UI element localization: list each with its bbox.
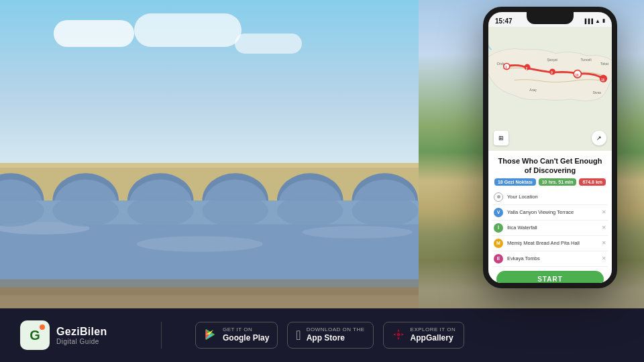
waypoint-icon-4: E	[494, 254, 503, 263]
svg-point-43	[127, 195, 194, 227]
waypoint-name-2: İlica Waterfall	[507, 225, 598, 231]
waypoint-name-location: Your Location	[507, 194, 606, 200]
cloud-2	[134, 13, 241, 47]
phone-mockup: 15:47 ▐▐▐ ▲ ▮ 1 2 9 10	[483, 7, 617, 288]
cloud-1	[54, 20, 134, 47]
svg-text:Ordu: Ordu	[497, 62, 506, 66]
phone-map: 1 2 9 10 18 Ordu Şavşat Tunceli Tokat Ar…	[488, 27, 612, 151]
svg-text:10: 10	[575, 74, 579, 77]
app-gallery-text: EXPLORE IT ON AppGallery	[411, 326, 456, 343]
waypoint-item-3: M Memiş Meat Bread And Pita Hall ✕	[492, 236, 608, 251]
apple-icon: 	[296, 328, 301, 342]
app-gallery-button[interactable]: EXPLORE IT ON AppGallery	[383, 322, 465, 348]
brand-subtitle: Digital Guide	[56, 338, 107, 345]
huawei-icon	[392, 328, 405, 343]
waypoint-name-4: Evkaya Tombs	[507, 255, 598, 261]
logo-divider	[161, 322, 162, 349]
svg-text:18: 18	[601, 78, 605, 82]
waypoint-list: Your Location V Yalla Canyon Viewing Ter…	[488, 190, 612, 267]
waypoint-item-4: E Evkaya Tombs ✕	[492, 251, 608, 267]
phone-notch	[527, 12, 574, 24]
route-title: Those Who Can't Get Enough of Discoverin…	[488, 151, 612, 178]
logo-icon: G	[20, 320, 50, 350]
app-store-text: Download on the App Store	[307, 326, 365, 343]
svg-text:Tunceli: Tunceli	[580, 58, 591, 62]
waypoint-item-1: V Yalla Canyon Viewing Terrace ✕	[492, 205, 608, 221]
compass-button[interactable]: ↗	[592, 131, 606, 145]
waypoint-icon-3: M	[494, 239, 503, 248]
logo-text: GeziBilen Digital Guide	[56, 326, 107, 345]
svg-text:Tokat: Tokat	[600, 62, 609, 66]
location-icon	[494, 192, 503, 202]
route-badges: 18 Gezi Noktası 10 hrs. 51 min 674.8 km	[488, 178, 612, 190]
logo-area: G GeziBilen Digital Guide	[20, 320, 127, 350]
status-icons: ▐▐▐ ▲ ▮	[583, 18, 605, 24]
bottom-bar: G GeziBilen Digital Guide GET IT ON Goog…	[0, 308, 644, 362]
badge-duration: 10 hrs. 51 min	[539, 178, 577, 186]
badge-distance: 674.8 km	[579, 178, 606, 186]
store-buttons: GET IT ON Google Play  Download on the …	[195, 322, 464, 348]
waypoint-icon-1: V	[494, 208, 503, 217]
waypoint-icon-2: İ	[494, 223, 503, 233]
svg-rect-48	[0, 280, 419, 295]
svg-text:Araç: Araç	[529, 88, 537, 92]
start-button[interactable]: START	[496, 271, 604, 283]
phone-route-content: Those Who Can't Get Enough of Discoverin…	[488, 151, 612, 283]
google-play-name: Google Play	[223, 333, 269, 344]
map-layers-button[interactable]: ⊞	[494, 131, 508, 145]
status-time: 15:47	[495, 17, 513, 25]
google-play-label: GET IT ON	[223, 326, 269, 333]
app-store-label: Download on the	[307, 326, 365, 333]
google-play-text: GET IT ON Google Play	[223, 326, 269, 343]
svg-point-39	[303, 226, 413, 239]
google-play-icon	[204, 328, 217, 343]
waypoint-name-3: Memiş Meat Bread And Pita Hall	[507, 240, 598, 246]
brand-name: GeziBilen	[56, 326, 107, 338]
svg-text:Şavşat: Şavşat	[547, 58, 557, 62]
logo-letter: G	[30, 328, 40, 343]
google-play-button[interactable]: GET IT ON Google Play	[195, 322, 278, 348]
waypoint-close-3[interactable]: ✕	[602, 240, 606, 246]
svg-point-46	[352, 195, 418, 227]
waypoint-close-2[interactable]: ✕	[602, 225, 606, 231]
app-store-name: App Store	[307, 333, 365, 344]
svg-point-66	[396, 333, 400, 336]
waypoint-item-location: Your Location	[492, 190, 608, 205]
app-gallery-name: AppGallery	[411, 333, 456, 344]
svg-point-44	[202, 195, 268, 227]
svg-point-42	[52, 195, 119, 227]
signal-icon: ▐▐▐	[583, 19, 593, 23]
waypoint-name-1: Yalla Canyon Viewing Terrace	[507, 209, 598, 215]
waypoint-item-2: İ İlica Waterfall ✕	[492, 221, 608, 236]
badge-stops: 18 Gezi Noktası	[494, 178, 536, 186]
waypoint-close-4[interactable]: ✕	[602, 255, 606, 261]
wifi-icon: ▲	[595, 18, 600, 24]
app-gallery-label: EXPLORE IT ON	[411, 326, 456, 333]
svg-point-45	[277, 195, 343, 227]
app-store-button[interactable]:  Download on the App Store	[287, 322, 373, 348]
waypoint-close-1[interactable]: ✕	[602, 209, 606, 215]
logo-dot	[40, 324, 45, 330]
battery-icon: ▮	[602, 18, 605, 23]
svg-text:Sivas: Sivas	[593, 90, 602, 95]
svg-point-38	[137, 236, 263, 251]
cloud-3	[235, 34, 302, 54]
